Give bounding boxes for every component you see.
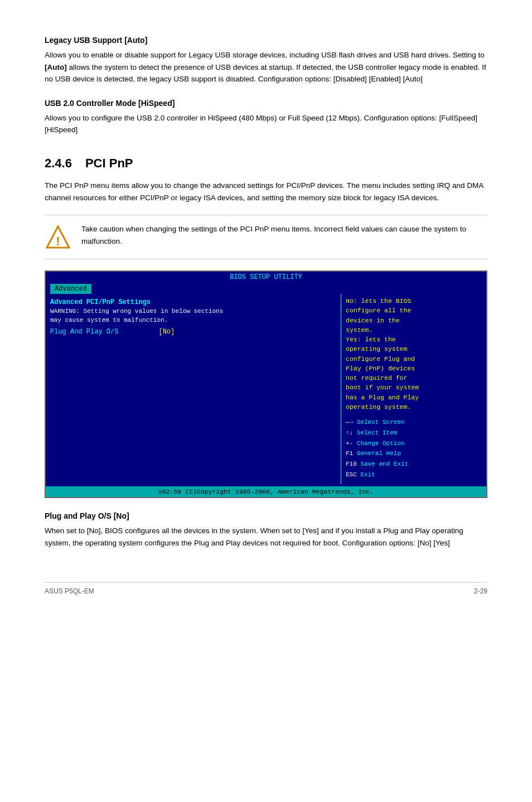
bios-warning-line1: WARNING: Setting wrong values in below s… <box>50 307 336 316</box>
svg-text:!: ! <box>56 234 60 248</box>
plug-play-body: When set to [No], BIOS configures all th… <box>45 525 487 549</box>
bios-warning: WARNING: Setting wrong values in below s… <box>50 307 336 325</box>
section-usb2-controller: USB 2.0 Controller Mode [HiSpeed] Allows… <box>45 99 487 136</box>
bios-screen: BIOS SETUP UTILITY Advanced Advanced PCI… <box>45 270 487 498</box>
section-pci-pnp: 2.4.6PCI PnP The PCI PnP menu items allo… <box>45 156 487 204</box>
pci-pnp-heading: 2.4.6PCI PnP <box>45 156 487 171</box>
bios-right-panel: No: lets the BIOSconfigure all thedevice… <box>341 294 486 484</box>
legacy-usb-body: Allows you to enable or disable support … <box>45 49 487 85</box>
bios-section-title: Advanced PCI/PnP Settings <box>50 298 336 306</box>
bios-item-label: Plug And Play O/S <box>50 328 118 336</box>
chapter-number: 2.4.6 <box>45 156 72 170</box>
page-footer: ASUS P5QL-EM 2-29 <box>45 582 487 595</box>
caution-icon: ! <box>45 224 71 251</box>
bios-tab-bar: Advanced <box>46 283 486 294</box>
bios-title-bar: BIOS SETUP UTILITY <box>46 272 486 283</box>
bios-warning-line2: may cause system to malfunction. <box>50 316 336 325</box>
plug-play-heading: Plug and Play O/S [No] <box>45 511 487 520</box>
bios-nav: ↔→ Select Screen↑↓ Select Item+- Change … <box>346 417 482 480</box>
usb2-body: Allows you to configure the USB 2.0 cont… <box>45 112 487 136</box>
bios-pnp-item: Plug And Play O/S [No] <box>50 328 336 336</box>
bios-right-description: No: lets the BIOSconfigure all thedevice… <box>346 296 482 412</box>
footer-left: ASUS P5QL-EM <box>45 587 94 595</box>
legacy-usb-heading: Legacy USB Support [Auto] <box>45 36 487 45</box>
section-legacy-usb: Legacy USB Support [Auto] Allows you to … <box>45 36 487 85</box>
footer-right: 2-29 <box>474 587 487 595</box>
bios-body: Advanced PCI/PnP Settings WARNING: Setti… <box>46 294 486 484</box>
bios-tab-advanced[interactable]: Advanced <box>50 284 91 294</box>
bios-left-panel: Advanced PCI/PnP Settings WARNING: Setti… <box>46 294 341 484</box>
caution-text: Take caution when changing the settings … <box>81 223 487 247</box>
pci-pnp-body: The PCI PnP menu items allow you to chan… <box>45 180 487 204</box>
bios-footer: v02.58 (C)Copyright 1985-2008, American … <box>46 486 486 497</box>
section-plug-play: Plug and Play O/S [No] When set to [No],… <box>45 511 487 549</box>
usb2-heading: USB 2.0 Controller Mode [HiSpeed] <box>45 99 487 108</box>
chapter-title: PCI PnP <box>85 156 133 170</box>
caution-box: ! Take caution when changing the setting… <box>45 215 487 259</box>
bios-item-value: [No] <box>158 328 175 336</box>
